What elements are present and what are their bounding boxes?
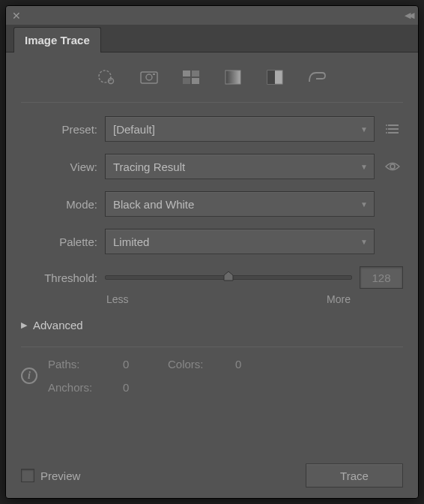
preset-value: [Default]: [113, 123, 155, 136]
trace-button[interactable]: Trace: [306, 464, 403, 488]
svg-point-17: [386, 132, 387, 134]
black-white-icon[interactable]: [265, 69, 285, 86]
svg-rect-13: [388, 128, 399, 130]
close-icon[interactable]: ✕: [12, 10, 21, 22]
eye-icon[interactable]: [382, 161, 403, 172]
svg-rect-9: [225, 70, 240, 84]
tab-bar: Image Trace: [6, 26, 418, 52]
svg-point-18: [390, 164, 395, 169]
tab-image-trace[interactable]: Image Trace: [13, 27, 101, 52]
threshold-more-label: More: [327, 293, 351, 305]
info-icon: i: [21, 368, 37, 384]
mode-value: Black and White: [113, 198, 194, 211]
preset-menu-icon[interactable]: [382, 124, 403, 134]
threshold-label: Threshold:: [21, 272, 105, 284]
titlebar: ✕ ◀◀: [6, 6, 418, 26]
threshold-input[interactable]: 128: [360, 266, 403, 289]
paths-value: 0: [123, 358, 168, 370]
paths-label: Paths:: [48, 358, 123, 370]
svg-point-16: [386, 128, 387, 130]
view-label: View:: [21, 160, 105, 173]
slider-thumb-icon[interactable]: [222, 271, 234, 281]
svg-rect-5: [183, 70, 190, 76]
low-color-icon[interactable]: [181, 69, 201, 86]
anchors-value: 0: [123, 381, 168, 394]
high-color-icon[interactable]: [139, 69, 159, 86]
view-value: Tracing Result: [113, 160, 185, 173]
preset-dropdown[interactable]: [Default] ▼: [105, 116, 375, 142]
image-trace-panel: ✕ ◀◀ Image Trace: [5, 5, 419, 499]
advanced-label: Advanced: [33, 319, 83, 332]
triangle-right-icon: ▶: [21, 320, 27, 330]
chevron-down-icon: ▼: [360, 200, 368, 208]
palette-dropdown[interactable]: Limited ▼: [105, 229, 375, 254]
colors-value: 0: [235, 358, 265, 370]
outline-icon[interactable]: [307, 69, 327, 86]
svg-rect-11: [267, 70, 275, 84]
preset-label: Preset:: [21, 123, 105, 136]
palette-label: Palette:: [21, 236, 105, 248]
svg-rect-6: [192, 70, 199, 76]
threshold-slider[interactable]: [105, 275, 352, 280]
colors-label: Colors:: [168, 358, 235, 370]
grayscale-icon[interactable]: [223, 69, 243, 86]
svg-point-0: [99, 70, 111, 82]
anchors-label: Anchors:: [48, 381, 123, 394]
threshold-less-label: Less: [106, 293, 129, 305]
chevron-down-icon: ▼: [360, 125, 368, 134]
advanced-toggle[interactable]: ▶ Advanced: [21, 319, 403, 332]
view-dropdown[interactable]: Tracing Result ▼: [105, 154, 375, 179]
preset-icon-row: [21, 63, 403, 99]
svg-point-15: [386, 124, 387, 126]
preview-label: Preview: [40, 470, 80, 482]
mode-label: Mode:: [21, 198, 105, 211]
svg-rect-14: [388, 132, 399, 134]
palette-value: Limited: [113, 236, 149, 248]
svg-rect-8: [192, 78, 199, 84]
svg-point-3: [146, 74, 152, 80]
mode-dropdown[interactable]: Black and White ▼: [105, 191, 375, 217]
chevron-down-icon: ▼: [360, 163, 368, 171]
collapse-icon[interactable]: ◀◀: [405, 10, 412, 20]
svg-rect-12: [388, 124, 399, 126]
preview-checkbox[interactable]: [21, 469, 34, 482]
svg-rect-4: [153, 74, 155, 75]
svg-rect-7: [183, 78, 190, 84]
chevron-down-icon: ▼: [360, 238, 368, 246]
auto-color-icon[interactable]: [97, 69, 117, 86]
info-grid: Paths: 0 Colors: 0 Anchors: 0: [48, 358, 265, 394]
